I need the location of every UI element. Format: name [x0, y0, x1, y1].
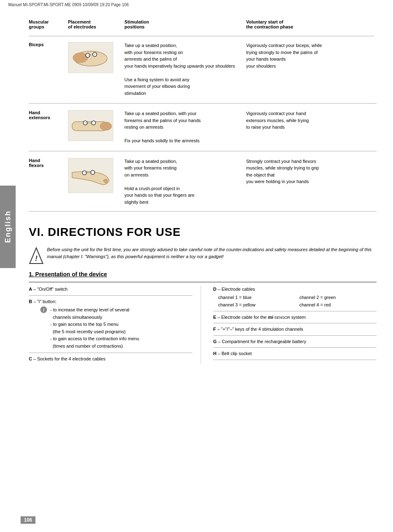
device-right-col: D – Electrode cables channel 1 = blue ch…: [213, 286, 377, 364]
svg-point-8: [100, 122, 112, 130]
channel-2: channel 2 = green: [299, 294, 377, 301]
language-label: English: [4, 210, 12, 243]
device-item-C: C – Sockets for the 4 electrode cables: [29, 355, 192, 363]
device-item-G: G – Compartment for the rechargeable bat…: [213, 338, 377, 345]
table-row: Handflexors: [29, 156, 377, 207]
svg-point-2: [73, 53, 88, 63]
warning-text: Before using the unit for the first time…: [47, 246, 377, 260]
page-number: 106: [21, 516, 35, 524]
muscle-name-hand-extensors: Handextensors: [29, 108, 68, 146]
item-A-label: A: [29, 287, 32, 292]
muscle-table: Musculargroups Placementof electrodes St…: [29, 18, 377, 216]
table-row: Biceps: [29, 40, 377, 98]
device-left-col: A – "On/Off" switch B – "i" button: i - …: [29, 286, 201, 364]
item-D-text: – Electrode cables: [218, 287, 255, 292]
device-item-D: D – Electrode cables channel 1 = blue ch…: [213, 286, 377, 308]
device-item-F: F – "+"/"–" keys of the 4 stimulation ch…: [213, 326, 377, 333]
item-B-sub2: - to gain access to the top 5 menu (the …: [50, 322, 126, 334]
hand-extensors-illustration: [68, 110, 113, 141]
voluntary-biceps: Vigorously contract your biceps, while t…: [246, 40, 377, 98]
hand-flexors-illustration: [68, 158, 113, 193]
voluntary-hand-extensors: Vigorously contract your hand extensors …: [246, 108, 377, 146]
item-B-subs: i - to increase the energy level of seve…: [29, 306, 192, 350]
placement-biceps: [68, 40, 124, 98]
channel-3: channel 3 = yellow: [218, 301, 295, 308]
stimulation-hand-flexors: Take up a seated position, with your for…: [124, 156, 246, 207]
stimulation-hand-extensors: Take up a seated position, with your for…: [124, 108, 246, 146]
col-header-stimulation: Stimulationpositions: [124, 18, 246, 32]
section-vi-title: VI. DIRECTIONS FOR USE: [29, 226, 377, 239]
biceps-illustration: [68, 42, 113, 73]
item-E-text2: system: [290, 315, 306, 320]
col-header-placement: Placementof electrodes: [68, 18, 124, 32]
mi-brand: mi: [268, 315, 273, 320]
placement-hand-extensors: [68, 108, 124, 146]
device-item-A: A – "On/Off" switch: [29, 286, 192, 293]
muscle-name-hand-flexors: Handflexors: [29, 156, 68, 207]
item-B-sub3: - to gain access to the contraction info…: [50, 336, 139, 348]
item-G-text: – Compartment for the rechargeable batte…: [218, 339, 306, 344]
header-text: Manuel MI-SPORT:MI-SPORT-ME 0909 10/09/0…: [8, 2, 129, 7]
item-C-text: – Sockets for the 4 electrode cables: [33, 356, 105, 361]
item-H-text: – Belt clip socket: [218, 351, 252, 356]
col-header-muscle: Musculargroups: [29, 18, 68, 32]
channel-colors: channel 1 = blue channel 2 = green chann…: [213, 294, 377, 308]
item-B-text: – "i" button:: [33, 299, 56, 304]
item-B-sub1: - to increase the energy level of severa…: [50, 307, 129, 320]
voluntary-hand-flexors: Strongly contract your hand flexors musc…: [246, 156, 377, 207]
item-H-label: H: [213, 351, 217, 356]
section-1-title: 1. Presentation of the device: [29, 271, 377, 278]
item-B-sub-content: - to increase the energy level of severa…: [50, 306, 139, 350]
item-C-label: C: [29, 356, 32, 361]
device-description: A – "On/Off" switch B – "i" button: i - …: [29, 286, 377, 364]
language-sidebar: English: [0, 186, 16, 268]
col-header-voluntary: Voluntary start ofthe contraction phase: [246, 18, 377, 32]
stimulation-biceps: Take up a seated position, with your for…: [124, 40, 246, 98]
table-row: Handextensors: [29, 108, 377, 146]
item-B-label: B: [29, 299, 32, 304]
warning-box: ! Before using the unit for the first ti…: [29, 244, 377, 264]
main-content: Musculargroups Placementof electrodes St…: [21, 9, 385, 368]
item-E-label: E: [213, 315, 216, 320]
section-1-bar: 1. Presentation of the device: [29, 271, 377, 282]
warning-icon: !: [29, 247, 44, 262]
page-header: Manuel MI-SPORT:MI-SPORT-ME 0909 10/09/0…: [0, 0, 393, 9]
item-G-label: G: [213, 339, 217, 344]
channel-1: channel 1 = blue: [218, 294, 295, 301]
page-container: Manuel MI-SPORT:MI-SPORT-ME 0909 10/09/0…: [0, 0, 393, 532]
item-A-text: – "On/Off" switch: [33, 287, 68, 292]
device-item-H: H – Belt clip socket: [213, 350, 377, 357]
placement-hand-flexors: [68, 156, 124, 207]
item-F-label: F: [213, 327, 216, 332]
sensor-text: -sensor: [273, 315, 290, 320]
device-item-E: E – Electrode cable for the mi-sensor sy…: [213, 314, 377, 321]
item-F-text: – "+"/"–" keys of the 4 stimulation chan…: [217, 327, 303, 332]
muscle-name-biceps: Biceps: [29, 40, 68, 98]
item-D-label: D: [213, 287, 217, 292]
channel-4: channel 4 = red: [299, 301, 377, 308]
device-item-B: B – "i" button:: [29, 298, 192, 305]
info-icon: i: [40, 306, 47, 313]
item-E-text: – Electrode cable for the: [218, 315, 268, 320]
svg-text:!: !: [35, 254, 37, 263]
